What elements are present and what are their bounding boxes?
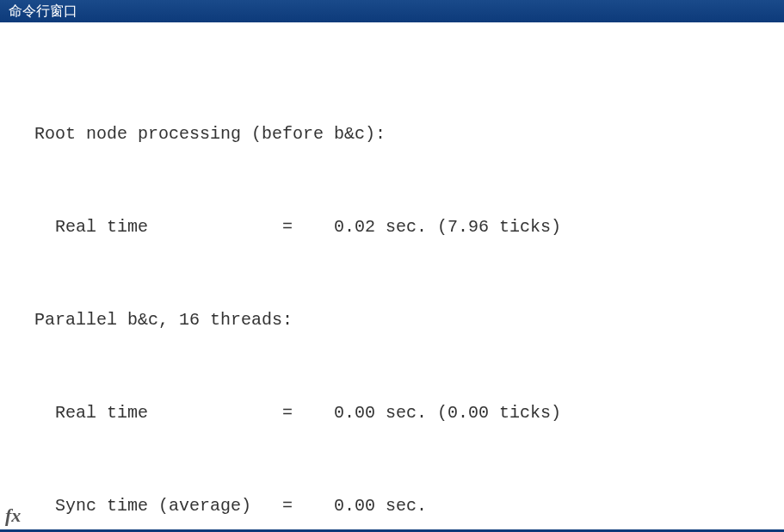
fx-label: fx: [5, 504, 21, 526]
console-line: Root node processing (before b&c):: [34, 119, 784, 150]
fx-prompt-icon[interactable]: fx: [5, 504, 21, 527]
window-title: 命令行窗口: [9, 3, 77, 18]
console-output[interactable]: Root node processing (before b&c): Real …: [0, 22, 784, 532]
console-line: Parallel b&c, 16 threads:: [34, 305, 784, 336]
window-titlebar: 命令行窗口: [0, 0, 784, 22]
console-line: Real time = 0.00 sec. (0.00 ticks): [34, 398, 784, 429]
console-line: Real time = 0.02 sec. (7.96 ticks): [34, 212, 784, 243]
console-line: Sync time (average) = 0.00 sec.: [34, 491, 784, 522]
